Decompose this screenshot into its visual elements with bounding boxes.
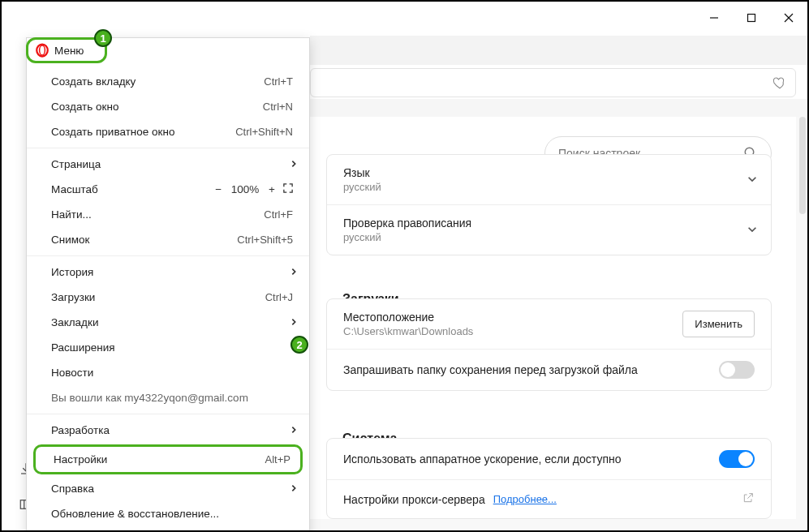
- menu-shortcut: Ctrl+J: [265, 291, 293, 303]
- menu-extensions[interactable]: Расширения: [27, 335, 309, 360]
- svg-rect-4: [748, 15, 755, 22]
- menu-new-tab[interactable]: Создать вкладкуCtrl+T: [27, 69, 309, 94]
- menu-page[interactable]: Страница: [27, 148, 309, 177]
- chevron-right-icon: [290, 483, 298, 495]
- zoom-value: 100%: [230, 183, 260, 195]
- menu-shortcut: Alt+P: [265, 453, 290, 466]
- menu-update[interactable]: Обновление & восстановление...: [27, 501, 309, 526]
- menu-item-label: Новости: [51, 367, 93, 379]
- language-title: Язык: [343, 166, 755, 179]
- menu-shortcut: Ctrl+Shift+N: [235, 126, 293, 138]
- address-bar[interactable]: [310, 68, 796, 97]
- main-menu-popup: Создать вкладкуCtrl+T Создать окноCtrl+N…: [26, 37, 310, 532]
- menu-button-label: Меню: [54, 45, 84, 57]
- menu-downloads[interactable]: ЗагрузкиCtrl+J: [27, 285, 309, 310]
- menu-signed-in: Вы вошли как my4322yqon@gmail.com: [27, 385, 309, 410]
- menu-item-label: Загрузки: [51, 291, 95, 303]
- menu-item-label: Создать окно: [51, 101, 118, 113]
- chevron-right-icon: [290, 158, 298, 170]
- chevron-right-icon: [290, 424, 298, 436]
- menu-bookmarks[interactable]: Закладки: [27, 310, 309, 335]
- menu-item-label: Расширения: [51, 341, 115, 354]
- spellcheck-row[interactable]: Проверка правописания русский: [327, 204, 771, 255]
- chevron-right-icon: [290, 316, 298, 328]
- menu-item-label: Закладки: [51, 316, 98, 328]
- spellcheck-value: русский: [343, 231, 755, 243]
- chevron-down-icon: [747, 223, 758, 237]
- spellcheck-title: Проверка правописания: [343, 217, 755, 230]
- zoom-in-button[interactable]: +: [269, 183, 275, 195]
- menu-item-label: Настройки: [54, 453, 107, 466]
- ask-folder-title: Запрашивать папку сохранения перед загру…: [343, 363, 719, 376]
- menu-find[interactable]: Найти...Ctrl+F: [27, 202, 309, 227]
- menu-item-label: Вы вошли как my4322yqon@gmail.com: [51, 392, 248, 404]
- menu-item-label: Создать вкладку: [51, 75, 136, 88]
- downloads-card: Местоположение C:\Users\kmwar\Downloads …: [326, 298, 772, 391]
- opera-logo-icon: [35, 43, 49, 58]
- menu-item-label: Разработка: [51, 424, 110, 436]
- menu-shortcut: Ctrl+Shift+5: [237, 234, 293, 246]
- chevron-down-icon: [747, 173, 758, 187]
- tab-strip: [310, 36, 807, 65]
- download-location-value: C:\Users\kmwar\Downloads: [343, 325, 682, 337]
- settings-page: Язык русский Проверка правописания русск…: [310, 117, 796, 519]
- menu-history[interactable]: История: [27, 255, 309, 285]
- callout-1: 1: [94, 29, 112, 47]
- menu-shortcut: Ctrl+T: [264, 75, 293, 88]
- menu-item-label: Снимок: [51, 234, 89, 246]
- menu-help[interactable]: Справка: [27, 476, 309, 501]
- hw-accel-row: Использовать аппаратное ускорение, если …: [327, 439, 771, 479]
- window-controls: [658, 2, 807, 34]
- menu-item-label: Создать приватное окно: [51, 126, 174, 138]
- hw-accel-title: Использовать аппаратное ускорение, если …: [343, 453, 621, 466]
- window-maximize-icon[interactable]: [733, 2, 770, 34]
- system-card: Использовать аппаратное ускорение, если …: [326, 438, 772, 519]
- proxy-row[interactable]: Настройки прокси-сервера Подробнее...: [327, 479, 771, 518]
- chevron-right-icon: [290, 266, 298, 278]
- menu-item-label: Найти...: [51, 208, 92, 221]
- callout-2: 2: [290, 336, 308, 354]
- menu-item-label: Масштаб: [51, 183, 98, 195]
- menu-dev[interactable]: Разработка: [27, 414, 309, 443]
- external-link-icon: [742, 491, 755, 507]
- menu-new-private[interactable]: Создать приватное окноCtrl+Shift+N: [27, 119, 309, 144]
- heart-icon[interactable]: [772, 75, 787, 90]
- proxy-more-link[interactable]: Подробнее...: [493, 493, 557, 505]
- download-location-title: Местоположение: [343, 311, 682, 324]
- window-minimize-icon[interactable]: [695, 2, 733, 34]
- zoom-out-button[interactable]: −: [215, 183, 222, 195]
- hw-accel-toggle[interactable]: [719, 450, 755, 468]
- ask-folder-row: Запрашивать папку сохранения перед загру…: [327, 349, 771, 390]
- menu-shortcut: Ctrl+N: [263, 101, 293, 113]
- menu-item-label: Справка: [51, 483, 94, 495]
- menu-item-label: Страница: [51, 158, 101, 170]
- language-value: русский: [343, 181, 755, 193]
- menu-settings[interactable]: НастройкиAlt+P: [33, 444, 303, 474]
- ask-folder-toggle[interactable]: [719, 361, 755, 379]
- menu-new-window[interactable]: Создать окноCtrl+N: [27, 94, 309, 119]
- menu-item-label: Обновление & восстановление...: [51, 508, 219, 520]
- menu-zoom: Масштаб − 100% +: [27, 177, 309, 202]
- svg-point-12: [40, 45, 45, 55]
- toolbar-strip: [310, 99, 807, 117]
- menu-shortcut: Ctrl+F: [264, 208, 293, 221]
- download-location-row: Местоположение C:\Users\kmwar\Downloads …: [327, 299, 771, 349]
- window-close-icon[interactable]: [770, 2, 807, 34]
- sidebar-toggle-icon[interactable]: [658, 2, 695, 34]
- menu-item-label: История: [51, 266, 93, 278]
- fullscreen-icon[interactable]: [283, 183, 293, 195]
- change-location-button[interactable]: Изменить: [682, 311, 755, 337]
- proxy-title: Настройки прокси-сервера: [343, 493, 485, 506]
- app-frame: Язык русский Проверка правописания русск…: [0, 0, 809, 532]
- menu-news[interactable]: Новости: [27, 360, 309, 385]
- menu-snapshot[interactable]: СнимокCtrl+Shift+5: [27, 227, 309, 252]
- scrollbar-thumb[interactable]: [799, 117, 806, 214]
- language-row[interactable]: Язык русский: [327, 155, 771, 204]
- languages-card: Язык русский Проверка правописания русск…: [326, 154, 772, 255]
